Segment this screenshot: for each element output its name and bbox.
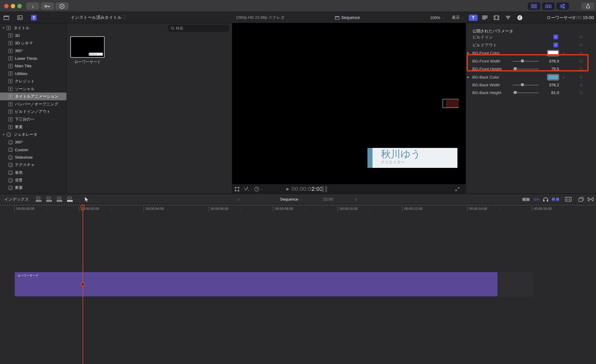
zoom-button[interactable] — [17, 4, 22, 8]
sidebar-item[interactable]: T要素 — [0, 123, 66, 131]
color-inspector-tab[interactable] — [504, 15, 513, 21]
timeline-ruler[interactable]: 00:00:00:0000:00:02:0000:00:04:0000:00:0… — [0, 205, 596, 213]
sidebar-section-generators[interactable]: ▼ジェネレータ — [0, 131, 66, 138]
minimize-button[interactable] — [11, 4, 15, 8]
magic-wand-icon — [244, 186, 249, 192]
viewer-zoom-menu[interactable]: 100%⌄ — [430, 12, 444, 23]
trim-view-button[interactable] — [522, 194, 530, 204]
next-sequence-button[interactable]: › — [356, 194, 357, 204]
sidebar-item[interactable]: Slideshow — [0, 154, 66, 161]
color-swatch[interactable] — [547, 74, 559, 80]
index-button[interactable]: インデックス — [4, 194, 29, 204]
sidebar-item[interactable]: T3D シネマ — [0, 39, 66, 47]
append-edit-button[interactable]: ↓ — [57, 194, 66, 204]
sidebar-item[interactable]: 360° — [0, 138, 66, 146]
parameter-value[interactable]: 81.0 — [551, 90, 559, 95]
photos-audio-tab[interactable] — [17, 12, 23, 23]
overwrite-edit-button[interactable]: ⌄ — [67, 194, 80, 204]
keyframe-diamond-icon[interactable]: ◇ — [580, 34, 583, 39]
pointer-tool-menu[interactable]: ⌄ — [85, 194, 93, 204]
titles-generators-tab[interactable]: T — [31, 12, 37, 23]
parameter-slider[interactable] — [513, 93, 539, 93]
disclosure-triangle-icon[interactable]: ▶ — [467, 76, 469, 79]
parameter-checkbox[interactable]: ✓ — [553, 35, 558, 39]
viewer-canvas[interactable]: 秋川ゆう クリエイター — [232, 23, 466, 184]
sequence-menu[interactable]: Sequence⌄ — [280, 194, 302, 204]
playhead-handle[interactable] — [81, 205, 85, 210]
keyframe-diamond-icon[interactable]: ◇ — [580, 75, 583, 79]
keywords-button[interactable] — [41, 2, 54, 10]
chevron-down-icon[interactable]: ⌄ — [562, 75, 565, 79]
audio-skimming-button[interactable] — [533, 194, 540, 204]
disclosure-triangle-icon[interactable]: ▼ — [2, 133, 5, 136]
close-button[interactable] — [4, 4, 9, 8]
insert-edit-button[interactable]: ↓ — [46, 194, 56, 204]
connect-edit-button[interactable] — [36, 194, 46, 204]
parameter-value[interactable]: 376.2 — [549, 83, 559, 87]
search-field[interactable] — [168, 25, 229, 32]
sidebar-item-label: バンパー／オープニング — [15, 101, 58, 107]
parameter-checkbox[interactable]: ✓ — [553, 43, 558, 47]
sidebar-item[interactable]: 背景 — [0, 176, 66, 184]
disclosure-triangle-icon[interactable]: ▼ — [2, 26, 5, 29]
sidebar-section-titles[interactable]: ▼Tタイトル — [0, 24, 66, 32]
sidebar-item[interactable]: TUtilities — [0, 70, 66, 78]
keyframe-diamond-icon[interactable]: ◇ — [580, 42, 583, 47]
timeline-gap-clip[interactable] — [498, 272, 533, 297]
inspector-layout-button[interactable] — [556, 2, 569, 10]
sidebar-item[interactable]: Tタイトルアニメーション — [0, 93, 66, 100]
snapping-button[interactable] — [552, 194, 559, 204]
sidebar-item[interactable]: 要素 — [0, 184, 66, 192]
background-tasks-button[interactable] — [55, 2, 69, 10]
sidebar-item[interactable]: Tビルドイン／アウト — [0, 108, 66, 116]
import-button[interactable]: ↓ — [26, 2, 39, 10]
previous-sequence-button[interactable]: ‹ — [238, 194, 240, 204]
enhancements-button[interactable]: ⌄ — [244, 184, 253, 194]
media-browser-tab[interactable] — [4, 12, 9, 23]
parameter-slider[interactable] — [513, 85, 539, 85]
title-thumbnail[interactable]: 秋川ゆう — [70, 36, 105, 58]
chevron-down-icon: ⌄ — [241, 188, 243, 190]
solo-button[interactable] — [543, 194, 548, 204]
play-button[interactable]: ▶ — [286, 184, 289, 194]
video-inspector-tab[interactable] — [492, 15, 501, 21]
title-inspector-tab[interactable]: T — [469, 15, 478, 21]
keyframe-diamond-icon[interactable]: ◇ — [580, 90, 583, 95]
sidebar-item[interactable]: Tバンパー／オープニング — [0, 100, 66, 108]
share-button[interactable] — [581, 2, 595, 10]
viewer-view-menu[interactable]: 表示⌄ — [452, 12, 464, 23]
search-input[interactable] — [176, 26, 221, 30]
transitions-browser-button[interactable] — [588, 194, 594, 204]
timeline-area[interactable]: 00:00:00:0000:00:02:0000:00:04:0000:00:0… — [0, 204, 596, 364]
info-inspector-tab[interactable]: i — [515, 15, 524, 21]
sidebar-item[interactable]: TLower Thirds — [0, 54, 66, 62]
text-inspector-tab[interactable] — [480, 15, 489, 21]
ruler-tick — [14, 206, 15, 211]
sidebar-item[interactable]: Tクレジット — [0, 77, 66, 85]
timeline-title-clip[interactable]: ローワーサード — [14, 272, 498, 297]
keyframe-diamond-icon[interactable]: ◇ — [580, 82, 583, 87]
slider-knob[interactable] — [521, 83, 524, 86]
sidebar-item[interactable]: T360° — [0, 47, 66, 55]
timeline-layout-button[interactable] — [542, 2, 555, 10]
sidebar-item[interactable]: T3D — [0, 32, 66, 40]
retime-button[interactable]: ⌄ — [254, 184, 263, 194]
audio-meters-button[interactable] — [322, 184, 327, 194]
sidebar-item[interactable]: T下三分の一 — [0, 115, 66, 123]
sidebar-item[interactable]: Custom — [0, 146, 66, 154]
sidebar-item[interactable]: 単色 — [0, 169, 66, 176]
keyframe-dot[interactable] — [81, 282, 85, 286]
thumbnail-lower-third: 秋川ゆう — [89, 53, 103, 56]
sidebar-item[interactable]: Tソーシャル — [0, 85, 66, 93]
effects-browser-button[interactable] — [578, 194, 584, 204]
fullscreen-button[interactable] — [455, 184, 460, 194]
transform-tool-button[interactable]: ⌄ — [235, 184, 243, 194]
clip-appearance-button[interactable] — [565, 194, 572, 204]
titles-category-icon: T — [8, 33, 13, 38]
library-popup[interactable]: インストール済みタイトル ⌃⌄ — [71, 12, 125, 23]
sidebar-item[interactable]: テクスチャ — [0, 161, 66, 169]
sidebar-item[interactable]: TMain Title — [0, 62, 66, 70]
slider-knob[interactable] — [514, 91, 517, 94]
playhead[interactable] — [83, 204, 83, 364]
browser-layout-button[interactable] — [528, 2, 540, 10]
